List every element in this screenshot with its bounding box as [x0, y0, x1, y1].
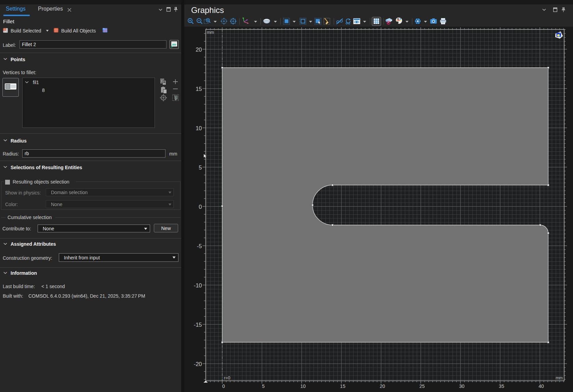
svg-text:-10: -10: [194, 282, 202, 288]
svg-text:20: 20: [196, 46, 202, 53]
svg-text:0: 0: [222, 383, 225, 389]
svg-text:-15: -15: [194, 322, 202, 328]
svg-text:30: 30: [459, 383, 465, 389]
svg-text:5: 5: [199, 164, 202, 171]
svg-text:mm: mm: [207, 30, 214, 35]
svg-text:25: 25: [419, 383, 425, 389]
svg-text:20: 20: [380, 383, 385, 389]
svg-text:0: 0: [199, 204, 202, 210]
svg-text:-20: -20: [194, 361, 202, 367]
svg-text:mm: mm: [556, 376, 563, 380]
svg-text:r=0: r=0: [224, 376, 230, 380]
svg-text:-5: -5: [197, 243, 202, 249]
svg-text:15: 15: [340, 383, 346, 389]
svg-text:15: 15: [196, 86, 202, 92]
svg-text:35: 35: [499, 383, 504, 389]
svg-text:10: 10: [300, 383, 306, 389]
svg-text:10: 10: [196, 125, 202, 131]
svg-text:40: 40: [538, 383, 544, 389]
svg-text:5: 5: [262, 383, 265, 389]
